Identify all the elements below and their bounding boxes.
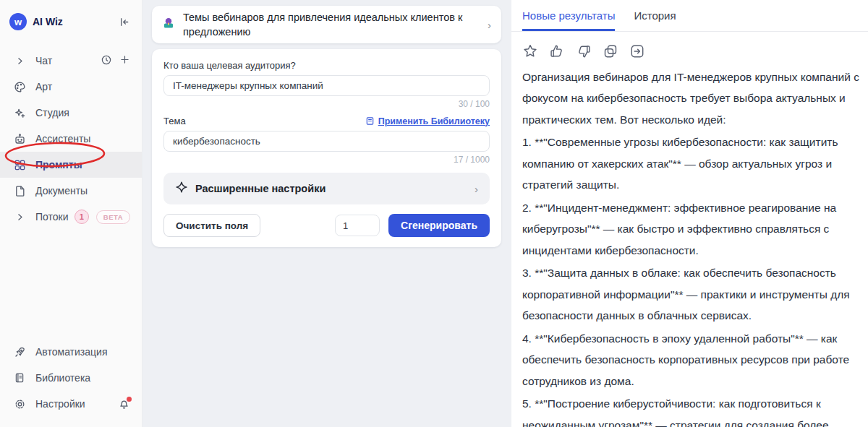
sidebar-header: w AI Wiz <box>0 10 142 33</box>
audience-label: Кто ваша целевая аудитория? <box>163 60 490 71</box>
result-paragraph: 4. **"Кибербезопасность в эпоху удаленно… <box>522 328 864 392</box>
thumbs-up-icon[interactable] <box>549 43 565 59</box>
topic-counter: 17 / 1000 <box>163 155 490 165</box>
results-panel: Новые результаты История <box>511 0 868 427</box>
apply-library-link[interactable]: Применить Бибилиотеку <box>365 116 490 126</box>
chevron-right-icon: › <box>488 19 491 31</box>
chevron-right-icon: › <box>475 183 478 195</box>
sidebar-item-label: Потоки <box>35 211 69 223</box>
sidebar-item-prompts[interactable]: Промпты <box>0 152 142 178</box>
result-paragraph: 3. **"Защита данных в облаке: как обеспе… <box>522 262 864 327</box>
sidebar-item-assistants[interactable]: Ассистенты <box>0 126 142 152</box>
chevron-right-icon <box>13 212 26 223</box>
generation-count-input[interactable] <box>335 215 380 236</box>
audience-counter: 30 / 100 <box>163 99 490 109</box>
sidebar-item-documents[interactable]: Документы <box>0 178 142 204</box>
beta-badge: BETA <box>96 210 130 224</box>
brand-name: AI Wiz <box>33 16 63 27</box>
sidebar-item-label: Промпты <box>35 159 82 171</box>
result-actions <box>522 43 864 60</box>
generate-button[interactable]: Сгенерировать <box>388 214 490 237</box>
library-icon <box>365 116 375 126</box>
topic-input[interactable] <box>163 131 490 152</box>
sidebar-item-label: Ассистенты <box>35 133 90 145</box>
sidebar-item-label: Настройки <box>35 398 85 410</box>
result-paragraph: 1. **"Современные угрозы кибербезопаснос… <box>522 131 864 196</box>
grid-icon <box>13 159 26 171</box>
tab-history[interactable]: История <box>634 0 676 31</box>
clock-icon[interactable] <box>101 54 112 68</box>
sidebar-nav: Чат Арт <box>0 48 142 230</box>
app-window: w AI Wiz Чат <box>0 0 868 427</box>
sidebar-item-chat[interactable]: Чат <box>0 48 142 74</box>
sparkles-icon <box>13 107 26 119</box>
sidebar-item-label: Студия <box>35 107 69 118</box>
book-icon <box>13 372 26 384</box>
sidebar-item-label: Арт <box>35 81 52 92</box>
prompt-panel: Темы вебинаров для привлечения идеальных… <box>142 0 511 427</box>
star-icon[interactable] <box>522 43 538 59</box>
results-body: Организация вебинаров для IT-менеджеров … <box>511 32 868 427</box>
robot-icon <box>13 133 26 145</box>
flows-count-badge: 1 <box>75 210 89 224</box>
clear-fields-button[interactable]: Очистить поля <box>163 214 260 237</box>
advanced-settings-toggle[interactable]: Расширенные настройки › <box>163 173 490 204</box>
notification-dot <box>127 397 132 402</box>
template-title: Темы вебинаров для привлечения идеальных… <box>183 10 480 39</box>
sidebar-bottom-nav: Автоматизация Библиотека Настройки <box>0 339 142 417</box>
gear-icon <box>13 398 26 410</box>
sidebar-item-studio[interactable]: Студия <box>0 100 142 126</box>
prompt-template-header[interactable]: Темы вебинаров для привлечения идеальных… <box>152 6 501 43</box>
diamond-sparkle-icon <box>175 181 188 197</box>
plus-icon[interactable] <box>119 54 130 67</box>
sidebar-item-flows[interactable]: Потоки 1 BETA <box>0 204 142 230</box>
aiwiz-logo-icon: w <box>9 13 27 30</box>
tab-new-results[interactable]: Новые результаты <box>522 0 615 31</box>
sidebar-item-label: Автоматизация <box>35 346 107 358</box>
document-icon <box>13 185 26 197</box>
sidebar: w AI Wiz Чат <box>0 0 142 427</box>
sidebar-item-label: Чат <box>35 55 52 66</box>
collapse-sidebar-icon[interactable] <box>118 16 130 28</box>
advanced-settings-label: Расширенные настройки <box>195 183 475 194</box>
thumbs-down-icon[interactable] <box>576 43 592 59</box>
result-paragraph: 2. **"Инцидент-менеджмент: эффективное р… <box>522 197 864 262</box>
sidebar-item-settings[interactable]: Настройки <box>0 391 142 417</box>
result-paragraph: Организация вебинаров для IT-менеджеров … <box>522 66 864 131</box>
sidebar-item-label: Библиотека <box>35 372 90 384</box>
palette-icon <box>13 81 26 93</box>
export-icon[interactable] <box>629 43 645 59</box>
topic-label: Тема <box>163 116 186 126</box>
sidebar-item-automation[interactable]: Автоматизация <box>0 339 142 365</box>
chevron-right-icon <box>13 56 26 66</box>
sidebar-item-art[interactable]: Арт <box>0 74 142 100</box>
audience-input[interactable] <box>163 75 490 96</box>
rocket-icon <box>13 346 26 358</box>
results-tabbar: Новые результаты История <box>511 0 868 32</box>
copy-icon[interactable] <box>603 43 618 59</box>
sidebar-item-library[interactable]: Библиотека <box>0 365 142 391</box>
bell-icon[interactable] <box>118 398 130 410</box>
template-icon <box>162 17 175 33</box>
generated-result-text: Организация вебинаров для IT-менеджеров … <box>522 66 864 427</box>
result-paragraph: 5. **"Построение киберустойчивости: как … <box>522 393 864 427</box>
sidebar-item-label: Документы <box>35 185 88 197</box>
prompt-form: Кто ваша целевая аудитория? 30 / 100 Тем… <box>152 49 501 247</box>
